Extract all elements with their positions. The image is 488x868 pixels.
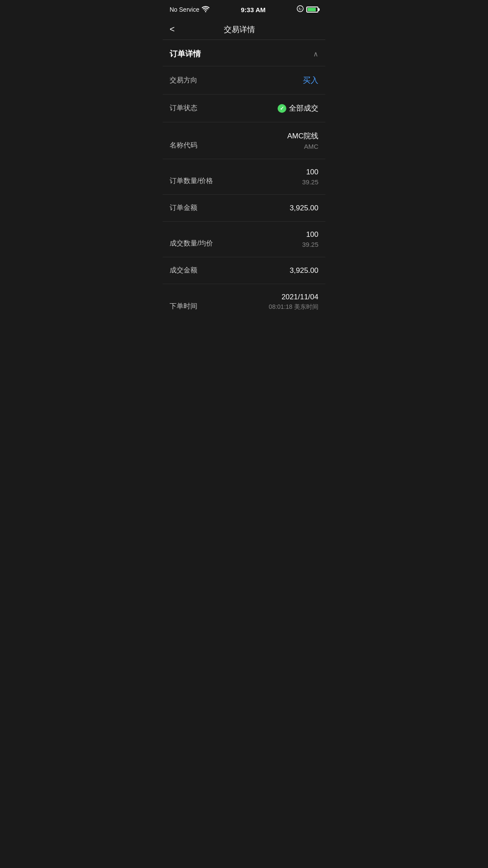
status-bar: No Service 9:33 AM ↻ [163,0,325,19]
status-right: ↻ [297,5,318,14]
name-code-row: 名称代码 AMC院线 AMC [163,122,325,159]
deal-qty-avg-label: 成交数量/均价 [170,239,213,248]
name-code-value-group: AMC院线 AMC [287,131,318,150]
status-left: No Service [170,6,210,13]
section-title: 订单详情 [170,49,201,59]
deal-qty-avg-value-group: 100 39.25 [302,230,318,248]
wifi-icon [202,6,210,13]
carrier-text: No Service [170,6,199,13]
nav-bar: < 交易详情 [163,19,325,40]
trade-direction-value: 买入 [303,75,318,85]
trade-direction-row: 交易方向 买入 [163,66,325,94]
deal-amount-label: 成交金额 [170,266,197,275]
status-check-icon [278,104,286,113]
order-status-value: 全部成交 [289,103,318,113]
deal-qty-avg-row: 成交数量/均价 100 39.25 [163,221,325,257]
deal-amount-row: 成交金额 3,925.00 [163,257,325,284]
name-code-label: 名称代码 [170,141,197,150]
order-status-badge: 全部成交 [278,103,318,113]
order-qty-price-value-group: 100 39.25 [302,168,318,186]
order-qty-value: 100 [302,168,318,177]
content-area: 订单详情 ∧ 交易方向 买入 订单状态 全部成交 名称代码 AMC院线 AMC … [163,40,325,320]
status-time: 9:33 AM [241,6,265,13]
trade-direction-label: 交易方向 [170,76,197,85]
section-header: 订单详情 ∧ [163,40,325,66]
page-title: 交易详情 [178,24,301,35]
deal-qty-value: 100 [302,230,318,239]
order-qty-price-row: 订单数量/价格 100 39.25 [163,159,325,194]
order-time-value: 08:01:18 美东时间 [269,303,318,311]
back-button[interactable]: < [170,23,178,36]
order-status-label: 订单状态 [170,104,197,113]
deal-avg-price-value: 39.25 [302,241,318,248]
name-code-secondary: AMC [287,143,318,150]
chevron-up-icon[interactable]: ∧ [313,50,318,58]
svg-text:↻: ↻ [298,7,302,11]
order-qty-price-label: 订单数量/价格 [170,177,213,186]
order-amount-label: 订单金额 [170,203,197,213]
battery-icon [306,7,318,13]
order-amount-row: 订单金额 3,925.00 [163,194,325,221]
order-amount-value: 3,925.00 [290,204,318,213]
order-status-row: 订单状态 全部成交 [163,94,325,122]
order-date-value: 2021/11/04 [269,293,318,301]
screen-lock-icon: ↻ [297,5,304,14]
name-code-primary: AMC院线 [287,131,318,141]
order-price-value: 39.25 [302,178,318,186]
order-time-label: 下单时间 [170,302,197,311]
order-time-value-group: 2021/11/04 08:01:18 美东时间 [269,293,318,311]
order-time-row: 下单时间 2021/11/04 08:01:18 美东时间 [163,284,325,320]
deal-amount-value: 3,925.00 [290,266,318,275]
